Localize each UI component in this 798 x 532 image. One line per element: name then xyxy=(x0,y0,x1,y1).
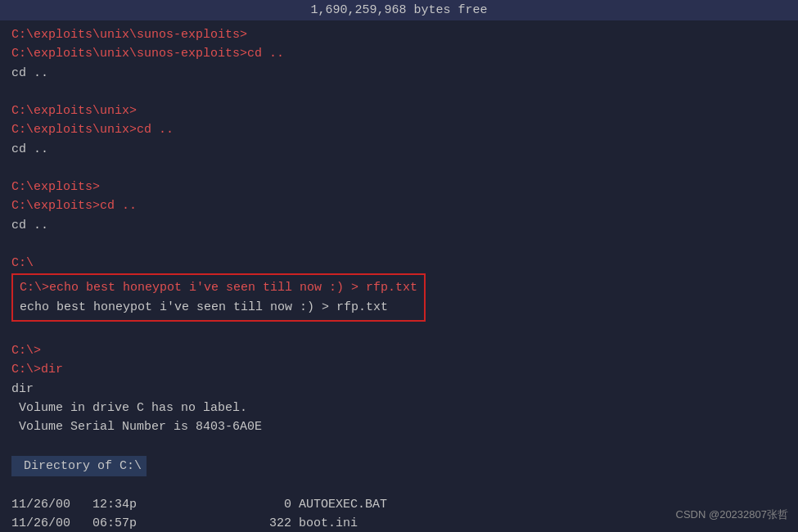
prompt: C:\>echo best honeypot i've seen till no… xyxy=(20,281,417,295)
line-3: cd .. xyxy=(11,64,787,83)
volume-serial: Volume Serial Number is 8403-6A0E xyxy=(11,417,787,436)
volume-label: Volume in drive C has no label. xyxy=(11,399,787,417)
line-10: C:\ xyxy=(11,254,787,273)
bytes-free-text: 1,690,259,968 bytes free xyxy=(310,3,487,17)
terminal-window: 1,690,259,968 bytes free C:\exploits\uni… xyxy=(0,0,798,532)
line-1: C:\exploits\unix\sunos-exploits> xyxy=(11,25,787,44)
prompt: C:\exploits\unix\sunos-exploits>cd .. xyxy=(11,47,284,61)
line-14: C:\>dir xyxy=(11,360,787,379)
prompt: C:\exploits\unix\sunos-exploits> xyxy=(11,28,247,42)
line-7: C:\exploits> xyxy=(11,178,787,196)
line-5: C:\exploits\unix>cd .. xyxy=(11,120,787,139)
prompt: C:\> xyxy=(11,344,41,358)
line-8: C:\exploits>cd .. xyxy=(11,196,787,215)
line-4: C:\exploits\unix> xyxy=(11,101,787,120)
empty-6 xyxy=(11,476,787,495)
prompt: C:\ xyxy=(11,256,34,270)
dir-entry-1: 11/26/00 12:34p 0 AUTOEXEC.BAT xyxy=(11,495,787,514)
echo-highlight-box: C:\>echo best honeypot i've seen till no… xyxy=(11,273,426,322)
terminal-content: C:\exploits\unix\sunos-exploits> C:\expl… xyxy=(0,20,798,532)
prompt: C:\>dir xyxy=(11,363,63,376)
line-13: C:\> xyxy=(11,341,787,360)
line-11: C:\>echo best honeypot i've seen till no… xyxy=(20,278,417,297)
empty-4 xyxy=(11,322,787,341)
line-2: C:\exploits\unix\sunos-exploits>cd .. xyxy=(11,44,787,63)
dir-header-line: Directory of C:\ xyxy=(11,456,787,476)
line-12: echo best honeypot i've seen till now :)… xyxy=(20,298,417,317)
prompt: C:\exploits\unix>cd .. xyxy=(11,123,174,137)
empty-3 xyxy=(11,235,787,254)
prompt: C:\exploits>cd .. xyxy=(11,199,137,213)
line-9: cd .. xyxy=(11,216,787,235)
top-bar: 1,690,259,968 bytes free xyxy=(0,0,798,20)
dir-entry-2: 11/26/00 06:57p 322 boot.ini xyxy=(11,514,787,532)
prompt: C:\exploits> xyxy=(11,180,100,194)
empty-2 xyxy=(11,159,787,178)
prompt: C:\exploits\unix> xyxy=(11,104,137,118)
line-15: dir xyxy=(11,380,787,399)
watermark: CSDN @20232807张哲 xyxy=(676,507,788,522)
line-6: cd .. xyxy=(11,140,787,159)
empty-1 xyxy=(11,83,787,101)
dir-header: Directory of C:\ xyxy=(11,456,147,476)
empty-5 xyxy=(11,436,787,455)
